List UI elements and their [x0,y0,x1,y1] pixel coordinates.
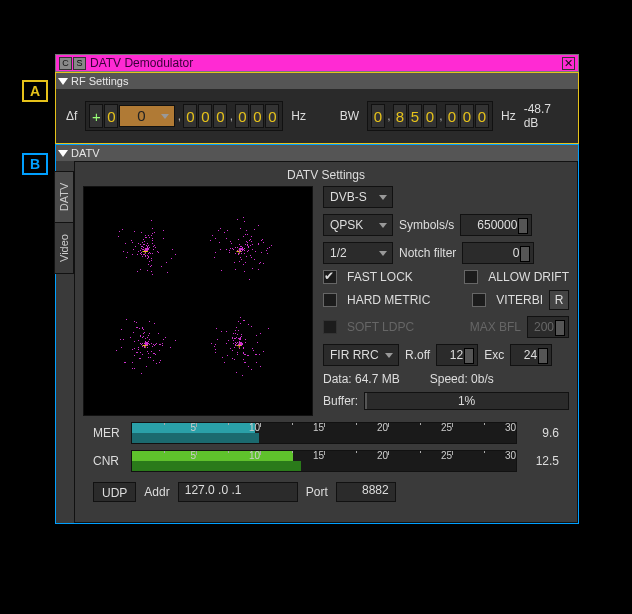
datv-panel-body: DATV Video DATV Settings + + + + [56,161,578,523]
rf-panel-body: Δf + 0 0 , 0 0 0 , 0 0 0 Hz BW 0 , 8 5 [56,89,578,143]
exc-input[interactable]: 24 [510,344,552,366]
fastlock-checkbox[interactable] [323,270,337,284]
close-icon[interactable]: ✕ [562,57,575,70]
notch-input[interactable]: 0 [462,242,534,264]
datv-panel: DATV DATV Video DATV Settings + + + + [55,144,579,524]
bw-control[interactable]: 0 , 8 5 0 , 0 0 0 [367,101,493,131]
allowdrift-checkbox[interactable] [464,270,478,284]
dvb-select[interactable]: DVB-S [323,186,393,208]
data-readout: Data: 64.7 MB [323,372,400,386]
port-input[interactable]: 8882 [336,482,396,502]
titlebar-btn-c[interactable]: C [59,57,72,70]
notch-label: Notch filter [399,246,456,260]
cnr-value: 12.5 [525,454,559,468]
exc-label: Exc [484,348,504,362]
rolloff-input[interactable]: 12 [436,344,478,366]
freq-offset-control[interactable]: + 0 0 , 0 0 0 , 0 0 0 [85,101,283,131]
rf-panel: RF Settings Δf + 0 0 , 0 0 0 , 0 0 0 Hz … [55,72,579,144]
tab-video[interactable]: Video [54,222,74,274]
cnr-label: CNR [93,454,123,468]
meters-section: MER 51015202530 9.6 CNR 51015202530 [83,416,569,472]
cnr-meter: 51015202530 [131,450,517,472]
datv-panel-header[interactable]: DATV [56,145,578,161]
bw-unit: Hz [501,109,516,123]
udp-button[interactable]: UDP [93,482,136,502]
fec-select[interactable]: 1/2 [323,242,393,264]
port-label: Port [306,485,328,499]
softldpc-checkbox [323,320,337,334]
symbolrate-label: Symbols/s [399,218,454,232]
speed-readout: Speed: 0b/s [430,372,494,386]
datv-header-label: DATV [71,147,100,159]
delta-f-label: Δf [66,109,77,123]
modulation-select[interactable]: QPSK [323,214,393,236]
titlebar[interactable]: C S DATV Demodulator ✕ [55,54,579,72]
annotation-b: B [22,153,48,175]
buffer-label: Buffer: [323,394,358,408]
addr-label: Addr [144,485,169,499]
settings-column: DVB-S QPSK Symbols/s 650000 1/2 Notch fi… [323,186,569,416]
buffer-progress: 1% [364,392,569,410]
maxbfl-input: 200 [527,316,569,338]
rf-header-label: RF Settings [71,75,128,87]
freq-unit: Hz [291,109,306,123]
udp-row: UDP Addr 127.0 .0 .1 Port 8882 [83,478,569,512]
settings-title: DATV Settings [83,168,569,186]
caret-down-icon [58,78,68,85]
freq-sign[interactable]: + [89,104,103,128]
constellation-display: + + + + [83,186,313,416]
side-tabs: DATV Video [54,171,74,273]
tab-datv[interactable]: DATV [54,171,74,223]
window-title: DATV Demodulator [87,56,562,70]
hardmetric-checkbox[interactable] [323,293,337,307]
addr-input[interactable]: 127.0 .0 .1 [178,482,298,502]
titlebar-btn-s[interactable]: S [73,57,86,70]
demodulator-window: C S DATV Demodulator ✕ RF Settings Δf + … [55,54,579,524]
power-readout: -48.7 dB [524,102,568,130]
fir-select[interactable]: FIR RRC [323,344,399,366]
mer-value: 9.6 [525,426,559,440]
rf-panel-header[interactable]: RF Settings [56,73,578,89]
mer-meter: 51015202530 [131,422,517,444]
bw-label: BW [340,109,359,123]
rolloff-label: R.off [405,348,430,362]
mer-label: MER [93,426,123,440]
annotation-a: A [22,80,48,102]
symbolrate-input[interactable]: 650000 [460,214,532,236]
reset-button[interactable]: R [549,290,569,310]
viterbi-checkbox[interactable] [472,293,486,307]
caret-down-icon [58,150,68,157]
datv-tab-content: DATV Settings + + + + DVB-S [74,161,578,523]
